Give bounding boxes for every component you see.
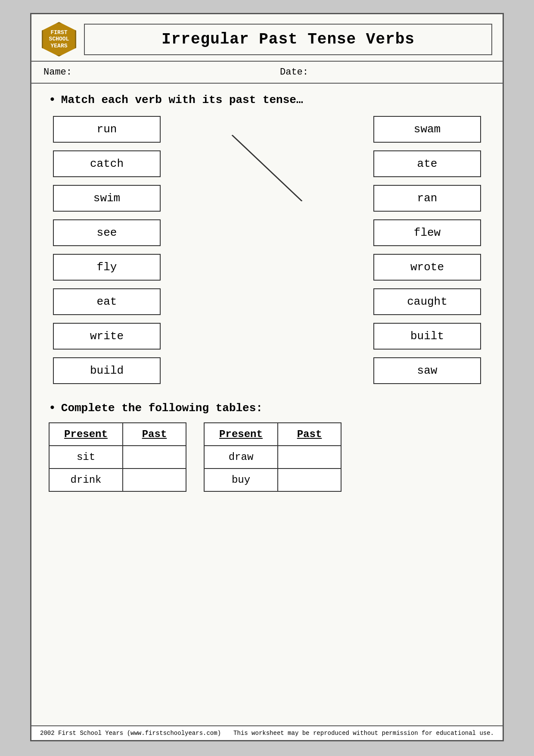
section2-instruction: Complete the following tables: xyxy=(61,402,263,415)
table1-row2-present: drink xyxy=(49,469,123,491)
table1-row1-present: sit xyxy=(49,446,123,469)
list-item: built xyxy=(373,323,481,350)
table1-col2-header: Past xyxy=(123,423,186,446)
logo: FIRST SCHOOL YEARS xyxy=(42,22,76,56)
title-box: Irregular Past Tense Verbs xyxy=(84,24,492,55)
table2-col2-header: Past xyxy=(278,423,341,446)
list-item: swam xyxy=(373,116,481,143)
worksheet-page: FIRST SCHOOL YEARS Irregular Past Tense … xyxy=(30,13,504,741)
section1-instruction: Match each verb with its past tense… xyxy=(61,94,303,106)
table2-row1-past[interactable] xyxy=(278,446,341,469)
list-item: ran xyxy=(373,185,481,212)
list-item: swim xyxy=(53,185,161,212)
tables-area: Present Past sit drink xyxy=(49,422,485,492)
table2-col1-header: Present xyxy=(204,423,278,446)
table1-row1-past[interactable] xyxy=(123,446,186,469)
table2-row2-past[interactable] xyxy=(278,469,341,491)
header: FIRST SCHOOL YEARS Irregular Past Tense … xyxy=(31,14,503,62)
table1-row2-past[interactable] xyxy=(123,469,186,491)
name-field: Name: xyxy=(43,67,254,78)
list-item: catch xyxy=(53,150,161,177)
list-item: flew xyxy=(373,219,481,246)
table2: Present Past draw buy xyxy=(204,422,342,492)
list-item: fly xyxy=(53,254,161,281)
name-label: Name: xyxy=(43,67,72,78)
list-item: saw xyxy=(373,357,481,384)
date-field: Date: xyxy=(254,67,491,78)
bullet2: • xyxy=(49,401,56,415)
right-column: swam ate ran flew wrote caught built saw xyxy=(373,116,481,384)
list-item: see xyxy=(53,219,161,246)
list-item: run xyxy=(53,116,161,143)
list-item: ate xyxy=(373,150,481,177)
svg-line-0 xyxy=(232,135,302,201)
section1-title: • Match each verb with its past tense… xyxy=(49,93,485,106)
table1-col1-header: Present xyxy=(49,423,123,446)
page-title: Irregular Past Tense Verbs xyxy=(89,31,487,48)
list-item: build xyxy=(53,357,161,384)
footer-right: This worksheet may be reproduced without… xyxy=(233,730,494,737)
table-row: buy xyxy=(204,469,341,491)
table2-row1-present: draw xyxy=(204,446,278,469)
footer-left: 2002 First School Years (www.firstschool… xyxy=(40,730,221,737)
logo-text: FIRST SCHOOL YEARS xyxy=(49,29,69,50)
content-area: • Match each verb with its past tense… r… xyxy=(31,84,503,501)
matching-area: run catch swim see fly eat write build s… xyxy=(49,116,485,384)
table-row: draw xyxy=(204,446,341,469)
bullet1: • xyxy=(49,93,56,106)
date-label: Date: xyxy=(280,67,308,78)
list-item: caught xyxy=(373,288,481,315)
left-column: run catch swim see fly eat write build xyxy=(53,116,161,384)
footer: 2002 First School Years (www.firstschool… xyxy=(31,725,503,740)
table-row: sit xyxy=(49,446,186,469)
list-item: write xyxy=(53,323,161,350)
name-date-row: Name: Date: xyxy=(31,62,503,84)
table1: Present Past sit drink xyxy=(49,422,186,492)
list-item: eat xyxy=(53,288,161,315)
list-item: wrote xyxy=(373,254,481,281)
section2-title: • Complete the following tables: xyxy=(49,401,485,415)
table-row: drink xyxy=(49,469,186,491)
table2-row2-present: buy xyxy=(204,469,278,491)
